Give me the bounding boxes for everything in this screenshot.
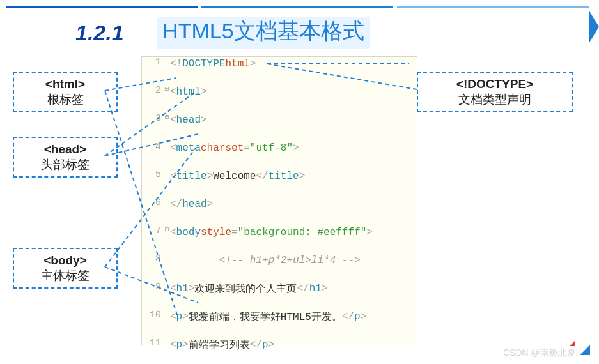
code-line: 5 <title>Welcome</title>: [142, 169, 417, 183]
callout-body-strong: <body>: [43, 254, 87, 267]
callout-doctype-label: 文档类型声明: [458, 93, 531, 106]
callout-html: <html> 根标签: [13, 72, 118, 112]
watermark: CSDN @南栀北夏ii: [503, 347, 580, 359]
callout-head-label: 头部标签: [41, 158, 89, 171]
section-title: HTML5文档基本格式: [157, 17, 369, 49]
callout-head: <head> 头部标签: [13, 137, 118, 178]
callout-html-label: 根标签: [47, 93, 84, 106]
code-line: 9 <h1>欢迎来到我的个人主页</h1>: [142, 282, 417, 296]
callout-head-strong: <head>: [44, 142, 87, 156]
callout-body-label: 主体标签: [41, 269, 89, 282]
callout-doctype-strong: <!DOCTYPE>: [456, 77, 533, 91]
callout-body: <body> 主体标签: [13, 248, 118, 289]
code-line: 11 <p>前端学习列表</p>: [142, 338, 417, 352]
code-line: 7⊟ <body style="background: #eeffff">: [142, 225, 417, 239]
code-line: 4 <meta charset="utf-8">: [142, 141, 417, 155]
callout-doctype: <!DOCTYPE> 文档类型声明: [417, 72, 573, 112]
code-line: 3⊟ <head>: [142, 113, 417, 127]
code-line: 10 <p>我爱前端，我要学好HTML5开发。</p>: [142, 310, 417, 324]
code-line: 2⊟<html>: [142, 85, 417, 99]
code-line: 6 </head>: [142, 197, 417, 211]
right-arrow-decor: [589, 10, 599, 43]
code-panel: 1<!DOCTYPE html>2⊟<html>3⊟ <head>4 <meta…: [141, 56, 417, 345]
corner-triangle-red: [564, 341, 575, 346]
code-line: 1<!DOCTYPE html>: [142, 57, 417, 71]
section-number: 1.2.1: [75, 20, 124, 45]
code-line: 8 <!-- h1+p*2+ul>li*4 -->: [142, 254, 417, 268]
callout-html-strong: <html>: [45, 77, 85, 91]
